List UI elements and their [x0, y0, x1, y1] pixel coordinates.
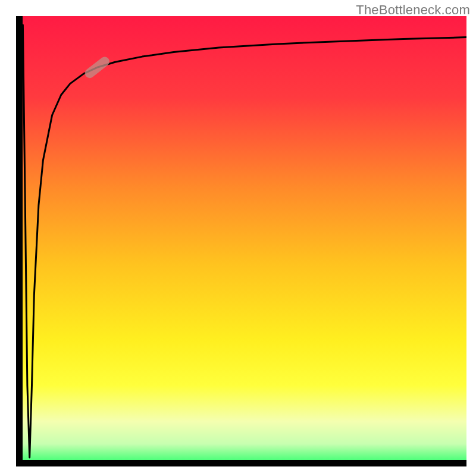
x-axis	[16, 460, 466, 466]
plot-area	[16, 16, 466, 466]
chart-frame: TheBottleneck.com	[0, 0, 476, 476]
y-axis	[16, 16, 23, 466]
gradient-background	[16, 16, 466, 466]
